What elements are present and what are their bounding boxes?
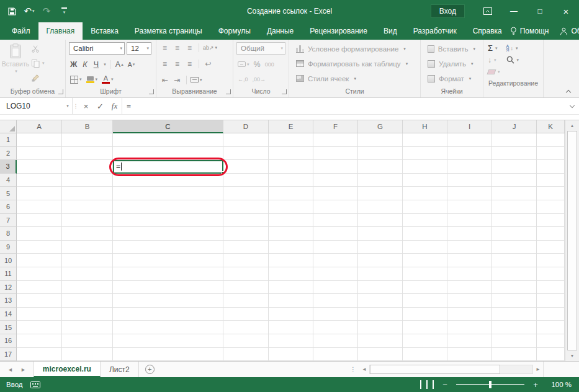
zoom-in-button[interactable]: + xyxy=(531,380,540,390)
align-center-button[interactable]: ≡ xyxy=(172,58,182,69)
confirm-entry-button[interactable]: ✓ xyxy=(93,98,107,114)
cell-H10[interactable] xyxy=(403,254,447,267)
number-format-select[interactable]: Общий ▾ xyxy=(236,42,285,55)
cell-I10[interactable] xyxy=(447,254,492,267)
cell-D1[interactable] xyxy=(223,133,269,147)
percent-style-button[interactable]: % xyxy=(253,59,262,70)
cell-A4[interactable] xyxy=(17,174,62,187)
cell-K5[interactable] xyxy=(537,187,565,200)
accounting-format-button[interactable]: ▾ xyxy=(236,59,251,70)
cell-K3[interactable] xyxy=(537,160,565,174)
cell-B10[interactable] xyxy=(62,254,113,267)
increase-decimal-button[interactable]: ←,0 xyxy=(236,74,249,85)
tab-data[interactable]: Данные xyxy=(259,22,302,40)
cell-B5[interactable] xyxy=(62,187,113,200)
select-all-corner[interactable] xyxy=(0,120,17,133)
close-button[interactable]: × xyxy=(553,0,579,22)
cell-E6[interactable] xyxy=(269,200,313,214)
tab-splitter-handle[interactable]: ⋮ xyxy=(347,362,359,377)
zoom-level[interactable]: 100 % xyxy=(547,381,572,388)
fill-color-button[interactable]: ▾ xyxy=(85,74,99,85)
cell-J11[interactable] xyxy=(492,267,537,281)
borders-button[interactable]: ▾ xyxy=(69,74,83,85)
column-header-J[interactable]: J xyxy=(492,120,537,133)
column-header-D[interactable]: D xyxy=(223,120,269,133)
cell-F9[interactable] xyxy=(313,241,358,254)
undo-button[interactable]: ↶▾ xyxy=(22,4,36,19)
cell-K2[interactable] xyxy=(537,147,565,161)
cell-H17[interactable] xyxy=(403,348,447,362)
cell-F17[interactable] xyxy=(313,348,358,362)
format-painter-button[interactable] xyxy=(30,72,47,84)
paste-button[interactable]: Вставить ▾ xyxy=(1,41,30,87)
cell-K13[interactable] xyxy=(537,294,565,308)
cell-A3[interactable] xyxy=(17,160,62,174)
italic-button[interactable]: К xyxy=(80,59,89,70)
collapse-ribbon-button[interactable] xyxy=(563,86,574,96)
tab-help[interactable]: Справка xyxy=(465,22,510,40)
cell-F1[interactable] xyxy=(313,133,358,147)
row-header-2[interactable]: 2 xyxy=(0,147,17,161)
increase-indent-button[interactable]: ⇥ xyxy=(172,74,182,85)
cell-H3[interactable] xyxy=(403,160,447,174)
cell-I2[interactable] xyxy=(447,147,492,161)
cell-I13[interactable] xyxy=(447,294,492,308)
tab-developer[interactable]: Разработчик xyxy=(405,22,465,40)
column-header-K[interactable]: K xyxy=(537,120,565,133)
cell-J13[interactable] xyxy=(492,294,537,308)
cell-C2[interactable] xyxy=(113,147,223,161)
cell-B13[interactable] xyxy=(62,294,113,308)
cell-I7[interactable] xyxy=(447,214,492,228)
cell-J8[interactable] xyxy=(492,227,537,241)
tab-review[interactable]: Рецензирование xyxy=(302,22,375,40)
cell-B8[interactable] xyxy=(62,227,113,241)
horizontal-scroll-track[interactable] xyxy=(369,365,533,374)
cell-D2[interactable] xyxy=(223,147,269,161)
cell-E17[interactable] xyxy=(269,348,313,362)
align-left-button[interactable]: ≡ xyxy=(159,58,170,69)
cell-C1[interactable] xyxy=(113,133,223,147)
cell-I5[interactable] xyxy=(447,187,492,200)
row-header-3[interactable]: 3 xyxy=(0,160,17,174)
cell-F3[interactable] xyxy=(313,160,358,174)
clear-button[interactable]: ▾ xyxy=(487,66,501,78)
cell-B11[interactable] xyxy=(62,267,113,281)
row-header-15[interactable]: 15 xyxy=(0,321,17,334)
cell-B3[interactable] xyxy=(62,160,113,174)
cell-I6[interactable] xyxy=(447,200,492,214)
cell-K12[interactable] xyxy=(537,281,565,295)
cell-G16[interactable] xyxy=(358,334,403,348)
cell-J17[interactable] xyxy=(492,348,537,362)
cell-G5[interactable] xyxy=(358,187,403,200)
decrease-indent-button[interactable]: ⇤ xyxy=(159,74,170,85)
cell-E16[interactable] xyxy=(269,334,313,348)
cell-D7[interactable] xyxy=(223,214,269,228)
cell-G2[interactable] xyxy=(358,147,403,161)
underline-button[interactable]: Ч xyxy=(91,59,101,70)
cell-A11[interactable] xyxy=(17,267,62,281)
bold-button[interactable]: Ж xyxy=(69,59,78,70)
cell-G8[interactable] xyxy=(358,227,403,241)
cell-F2[interactable] xyxy=(313,147,358,161)
cell-G14[interactable] xyxy=(358,308,403,321)
cell-C11[interactable] xyxy=(113,267,223,281)
fill-handle[interactable] xyxy=(221,171,225,175)
row-header-13[interactable]: 13 xyxy=(0,294,17,308)
expand-formula-bar-button[interactable] xyxy=(565,98,579,114)
cell-K14[interactable] xyxy=(537,308,565,321)
cell-E8[interactable] xyxy=(269,227,313,241)
cell-H14[interactable] xyxy=(403,308,447,321)
sort-filter-button[interactable]: АЯ ↓ ▾ xyxy=(505,42,521,54)
cell-A1[interactable] xyxy=(17,133,62,147)
cell-F4[interactable] xyxy=(313,174,358,187)
sign-in-button[interactable]: Вход xyxy=(431,4,465,18)
cell-B2[interactable] xyxy=(62,147,113,161)
cell-K4[interactable] xyxy=(537,174,565,187)
align-bottom-button[interactable]: ≡ xyxy=(184,42,195,53)
cell-A14[interactable] xyxy=(17,308,62,321)
sheet-tab-1[interactable]: microexcel.ru xyxy=(34,362,101,377)
tab-file[interactable]: Файл xyxy=(4,22,38,40)
maximize-button[interactable]: □ xyxy=(527,0,553,22)
cell-styles-button[interactable]: Стили ячеек ▾ xyxy=(292,72,417,85)
align-top-button[interactable]: ≡ xyxy=(159,42,170,53)
